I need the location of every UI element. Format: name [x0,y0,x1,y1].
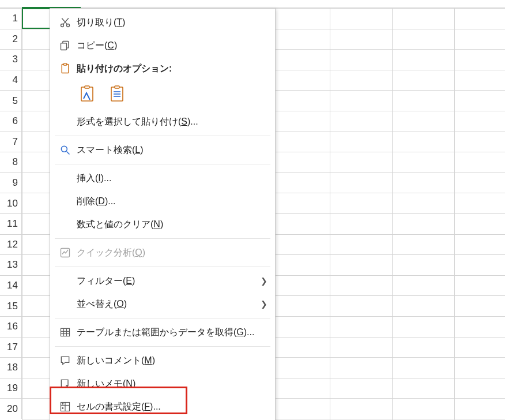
menu-format-cells[interactable]: セルの書式設定(F)... [50,395,275,418]
menu-label: 数式と値のクリア(N) [74,219,269,231]
row-header[interactable]: 18 [0,357,22,378]
chevron-right-icon: ❯ [259,276,269,286]
comment-icon [56,355,74,366]
menu-label: 挿入(I)... [74,172,269,185]
search-icon [56,144,74,156]
menu-separator [55,164,270,164]
menu-label: テーブルまたは範囲からデータを取得(G)... [74,327,269,339]
svg-rect-7 [64,63,67,65]
svg-point-1 [67,24,70,27]
row-header[interactable]: 17 [0,337,22,358]
menu-label: スマート検索(L) [74,144,269,156]
svg-rect-5 [61,43,67,50]
row-header[interactable]: 13 [0,254,22,275]
menu-smart-lookup[interactable]: スマート検索(L) [50,138,275,162]
menu-label: コピー(C) [74,40,269,52]
svg-point-15 [61,146,67,152]
row-header[interactable]: 10 [0,193,22,213]
row-header[interactable]: 5 [0,90,22,111]
menu-insert[interactable]: 挿入(I)... [50,167,275,190]
menu-label: フィルター(E) [74,275,259,287]
svg-rect-11 [115,86,119,88]
quick-analysis-icon [56,247,74,258]
paste-icon [56,62,74,75]
menu-label: 新しいコメント(M) [74,355,269,367]
paste-all-button[interactable] [77,84,97,104]
menu-quick-analysis: クイック分析(Q) [50,241,275,264]
row-header[interactable]: 8 [0,152,22,172]
svg-point-26 [62,403,63,404]
row-header[interactable]: 4 [0,70,22,91]
row-header[interactable]: 20 [0,398,22,419]
row-header[interactable]: 16 [0,316,22,337]
menu-separator [55,346,270,347]
menu-label: 削除(D)... [74,196,269,208]
table-icon [56,327,74,338]
row-headers[interactable]: 1234567891011121314151617181920 [0,8,22,419]
svg-line-16 [67,152,70,155]
row-header[interactable]: 11 [0,213,22,234]
menu-label: 並べ替え(O) [74,298,259,310]
svg-point-0 [61,24,64,27]
row-header[interactable]: 2 [0,29,22,50]
menu-paste-options-header: 貼り付けのオプション: [50,57,275,80]
svg-rect-18 [61,328,70,336]
row-header[interactable]: 1 [0,8,22,29]
context-menu: 切り取り(T) コピー(C) 貼り付けのオプション: [50,8,276,420]
menu-label: 形式を選択して貼り付け(S)... [74,116,269,128]
menu-new-comment[interactable]: 新しいコメント(M) [50,349,275,372]
menu-delete[interactable]: 削除(D)... [50,190,275,213]
chevron-right-icon: ❯ [259,299,269,309]
copy-icon [56,40,74,51]
format-cells-icon [56,401,74,412]
row-header[interactable]: 14 [0,275,22,296]
row-header[interactable]: 3 [0,49,22,70]
row-header[interactable]: 6 [0,111,22,132]
menu-sort[interactable]: 並べ替え(O) ❯ [50,292,275,316]
row-header[interactable]: 15 [0,295,22,316]
menu-label: セルの書式設定(F)... [74,401,269,413]
row-header[interactable]: 9 [0,172,22,193]
cut-icon [56,17,74,28]
menu-separator [55,267,270,267]
menu-label: クイック分析(Q) [74,247,269,259]
active-column-header-highlight [22,0,81,8]
menu-label: 切り取り(T) [74,17,269,29]
menu-label: 貼り付けのオプション: [74,63,269,75]
menu-separator [55,136,270,136]
row-header[interactable]: 7 [0,132,22,152]
menu-filter[interactable]: フィルター(E) ❯ [50,269,275,292]
menu-cut[interactable]: 切り取り(T) [50,11,275,34]
menu-separator [55,238,270,239]
menu-paste-special[interactable]: 形式を選択して貼り付け(S)... [50,110,275,133]
menu-copy[interactable]: コピー(C) [50,34,275,57]
row-header[interactable]: 12 [0,234,22,255]
menu-clear-contents[interactable]: 数式と値のクリア(N) [50,213,275,236]
row-header[interactable]: 19 [0,378,22,399]
menu-get-data-from-table[interactable]: テーブルまたは範囲からデータを取得(G)... [50,321,275,344]
menu-separator [55,318,270,318]
svg-rect-9 [85,86,89,88]
menu-new-note[interactable]: 新しいメモ(N) [50,372,275,395]
paste-values-button[interactable] [107,84,127,104]
svg-point-27 [62,408,63,409]
note-icon [56,378,74,389]
menu-label: 新しいメモ(N) [74,378,269,390]
paste-options-row [50,80,275,110]
